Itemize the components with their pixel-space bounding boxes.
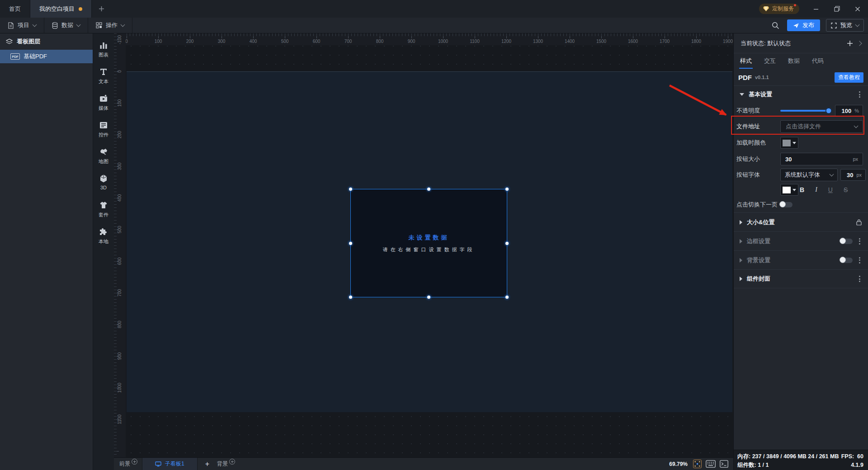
tab-home[interactable]: 首页	[0, 0, 30, 18]
toolbox-label: 地图	[99, 158, 108, 165]
add-background-icon[interactable]	[229, 459, 235, 465]
chevron-down-icon	[855, 22, 860, 27]
button-size-input[interactable]: 30 px	[780, 153, 863, 165]
more-options-button[interactable]	[857, 255, 862, 265]
toolbox-item-text[interactable]: 文本	[93, 66, 114, 93]
tutorial-button[interactable]: 查看教程	[835, 72, 863, 83]
more-options-button[interactable]	[857, 236, 862, 246]
add-foreground-icon[interactable]	[132, 459, 137, 465]
section-size-position[interactable]: 大小&位置	[734, 212, 868, 231]
foreground-label[interactable]: 前景	[114, 460, 130, 468]
bold-button[interactable]: B	[800, 186, 804, 193]
section-border-settings[interactable]: 边框设置	[734, 231, 868, 250]
selected-component[interactable]: 未设置数据 请在右侧窗口设置数据字段	[350, 189, 507, 297]
section-basic-settings[interactable]: 基本设置	[734, 86, 868, 103]
canvas-screen[interactable]: 未设置数据 请在右侧窗口设置数据字段	[127, 71, 732, 412]
strikethrough-button[interactable]: S	[844, 186, 848, 193]
ruler-label: 500	[117, 226, 122, 234]
section-label: 组件封面	[747, 275, 770, 283]
toolbox-label: 控件	[99, 132, 108, 138]
selection-handle[interactable]	[505, 242, 509, 245]
border-toggle[interactable]	[840, 239, 853, 244]
shortcut-keys-button[interactable]	[706, 460, 716, 468]
plus-icon	[847, 40, 853, 47]
pdf-icon: PDF	[10, 53, 20, 60]
publish-label: 发布	[802, 21, 814, 29]
app-version: 4.1.9	[851, 461, 863, 470]
search-button[interactable]	[770, 20, 781, 31]
toolbox-item-widgets[interactable]: 控件	[93, 119, 114, 146]
font-format-field: B I U S	[734, 183, 868, 197]
tab-interaction[interactable]: 交互	[764, 57, 776, 69]
ruler-label: 400	[250, 39, 257, 44]
zoom-level[interactable]: 69.79%	[669, 461, 688, 467]
tab-code[interactable]: 代码	[812, 57, 824, 69]
console-button[interactable]	[720, 460, 728, 468]
file-select-dropdown[interactable]: 点击选择文件	[780, 120, 863, 133]
file-select-placeholder: 点击选择文件	[786, 122, 821, 131]
background-label[interactable]: 背景	[217, 460, 228, 468]
toolbox-item-map[interactable]: 地图	[93, 146, 114, 173]
button-font-dropdown[interactable]: 系统默认字体	[780, 169, 838, 181]
section-component-cover[interactable]: 组件封面	[734, 269, 868, 288]
selection-handle[interactable]	[427, 296, 430, 299]
background-toggle[interactable]	[840, 258, 853, 263]
selection-handle[interactable]	[349, 188, 352, 191]
next-page-toggle[interactable]	[780, 202, 793, 207]
toolbox-item-charts[interactable]: 图表	[93, 39, 114, 66]
ruler-label: 800	[376, 39, 384, 44]
italic-button[interactable]: I	[815, 186, 817, 193]
opacity-value-box[interactable]: 100 %	[835, 105, 863, 117]
preview-button[interactable]: 预览	[826, 19, 864, 32]
section-background-settings[interactable]: 背景设置	[734, 250, 868, 269]
toolbox-item-kits[interactable]: 套件	[93, 199, 114, 226]
add-state-button[interactable]	[842, 38, 858, 48]
menu-action[interactable]: 操作	[88, 18, 132, 33]
new-tab-button[interactable]	[92, 0, 111, 18]
publish-button[interactable]: 发布	[787, 19, 820, 31]
toolbox-item-local[interactable]: 本地	[93, 226, 114, 253]
toolbox-item-media[interactable]: 媒体	[93, 93, 114, 119]
selection-handle[interactable]	[349, 296, 352, 299]
load-color-swatch-button[interactable]	[780, 137, 798, 149]
component-version: v0.1.1	[755, 75, 769, 80]
selection-handle[interactable]	[505, 296, 509, 299]
toolbox-item-3d[interactable]: 3D	[93, 173, 114, 199]
tab-data[interactable]: 数据	[788, 57, 800, 69]
more-options-button[interactable]	[857, 89, 862, 99]
tab-project-label: 我的空白项目	[39, 5, 75, 13]
ruler-label: 600	[117, 258, 122, 265]
minimize-button[interactable]	[806, 0, 826, 18]
selection-handle[interactable]	[505, 188, 509, 191]
menu-data[interactable]: 数据	[44, 18, 88, 33]
tab-style[interactable]: 样式	[740, 57, 752, 69]
layer-item-basic-pdf[interactable]: PDF 基础PDF	[0, 50, 93, 63]
chevron-right-icon[interactable]	[857, 41, 862, 46]
font-size-input[interactable]: 30 px	[840, 169, 866, 181]
ruler-label: 900	[408, 39, 415, 44]
add-board-button[interactable]: +	[198, 460, 217, 468]
opacity-slider[interactable]	[780, 110, 831, 112]
selection-handle[interactable]	[427, 188, 430, 191]
close-button[interactable]	[847, 0, 868, 18]
ruler-label: 300	[218, 39, 226, 44]
restore-button[interactable]	[826, 0, 847, 18]
ruler-label: 1200	[501, 39, 511, 44]
menu-project[interactable]: 项目	[0, 18, 44, 33]
ruler-label: 1300	[533, 39, 543, 44]
ruler-label: 300	[117, 163, 122, 170]
tab-my-blank-project[interactable]: 我的空白项目	[30, 0, 92, 18]
expand-triangle-icon	[740, 239, 742, 244]
subboard-tab[interactable]: 子看板1	[142, 458, 198, 470]
custom-service-badge[interactable]: 定制服务	[759, 4, 799, 14]
more-options-button[interactable]	[857, 274, 862, 284]
section-label: 边框设置	[747, 237, 770, 245]
component-count: 组件数: 1 / 1	[737, 461, 769, 470]
fit-view-button[interactable]	[693, 460, 702, 468]
underline-button[interactable]: U	[828, 186, 833, 193]
ruler-label: 200	[186, 39, 194, 44]
selection-handle[interactable]	[349, 242, 352, 245]
font-color-swatch-button[interactable]	[780, 184, 798, 196]
menu-data-label: 数据	[61, 21, 73, 29]
slider-knob[interactable]	[826, 108, 832, 114]
